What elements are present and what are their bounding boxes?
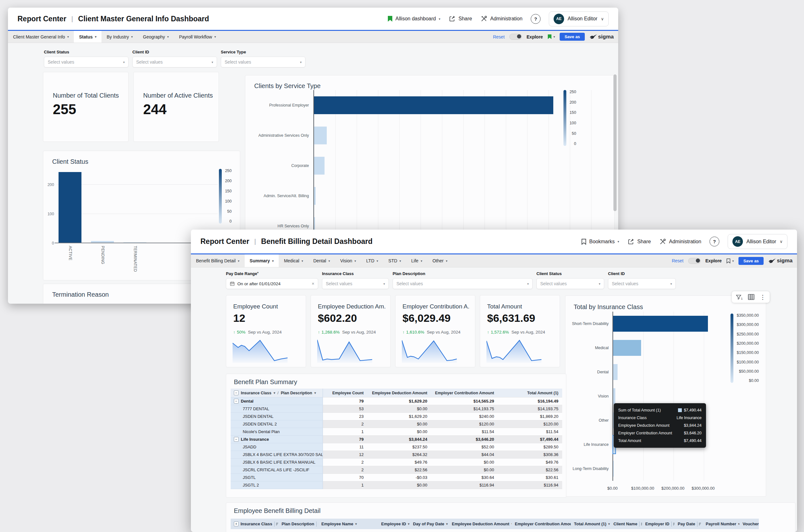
expand-icon[interactable]: + [234, 521, 239, 526]
reset-button[interactable]: Reset [493, 34, 505, 39]
select-plan-description[interactable]: Select values▾ [393, 278, 532, 289]
column-header-employee-deduction-amount[interactable]: Employee Deduction Amount [368, 388, 431, 398]
row-label-cell[interactable]: JSDEN DENTAL [231, 413, 323, 420]
bookmark-save-button[interactable]: ▾ [726, 258, 734, 264]
bar-vision[interactable] [613, 388, 615, 404]
row-label-cell[interactable]: JSBLX 6 BASIC LIFE EXTRA MANUAL [231, 458, 323, 466]
select-client-status[interactable]: Select values▾ [537, 278, 604, 289]
row-label-cell[interactable]: Nicole's Dental Plan [231, 428, 323, 436]
tab-fw-other[interactable]: Other▾ [427, 254, 452, 267]
column-header-employee-id[interactable]: Employee ID▾ [378, 519, 410, 529]
column-header-employee-count[interactable]: Employee Count [323, 388, 368, 398]
row-label-cell[interactable]: JSGTL 2 [231, 481, 323, 489]
tab-fw-ltd[interactable]: LTD▾ [361, 254, 383, 267]
tab-bw-by-industry[interactable]: By Industry▾ [101, 31, 138, 43]
bar-admin-service-alt-billing[interactable] [314, 187, 316, 205]
bar-professional-employer[interactable] [314, 96, 553, 114]
tab-fw-benefit-billing-detail[interactable]: Benefit Billing Detail▾ [191, 254, 245, 267]
tab-fw-vision[interactable]: Vision▾ [335, 254, 361, 267]
tab-bw-status[interactable]: Status▾ [74, 31, 101, 43]
legend-tick: 200 [569, 100, 576, 104]
share-button[interactable]: Share [628, 238, 651, 245]
save-as-button[interactable]: Save as [560, 33, 584, 41]
tab-fw-medical[interactable]: Medical▾ [279, 254, 308, 267]
user-menu[interactable]: AE Allison Editor ∨ [549, 12, 609, 26]
column-header-employee-name[interactable]: Employee Name▾ [318, 519, 378, 529]
collapse-icon[interactable]: − [234, 437, 239, 442]
scrollbar[interactable] [613, 74, 617, 211]
help-button[interactable]: ? [710, 236, 719, 246]
reset-button[interactable]: Reset [672, 258, 684, 263]
legend-gradient-bar [219, 169, 222, 224]
bar-active[interactable] [58, 172, 81, 243]
table-icon[interactable] [748, 294, 755, 300]
administration-button[interactable]: Administration [481, 15, 522, 22]
tab-fw-std[interactable]: STD▾ [384, 254, 406, 267]
filter-icon[interactable]: 1 [735, 294, 743, 300]
share-button[interactable]: Share [449, 15, 472, 22]
row-label-cell[interactable]: JSCRL CRITICAL AS LIFE -JSCILIF [231, 466, 323, 474]
explore-toggle[interactable] [509, 34, 522, 40]
cell: $14,193.75 [431, 405, 498, 413]
table-row: JSBLX 4 BASIC LIFE EXTRA 30/70/20 SALARY… [231, 451, 562, 458]
column-header-employee-deduction-amount[interactable]: Employee Deduction Amount▾ [449, 519, 511, 529]
select-insurance-class[interactable]: Select values▾ [322, 278, 389, 289]
row-label: JSCRL CRITICAL AS LIFE -JSCILIF [243, 468, 309, 472]
column-header-employer-id[interactable]: Employer ID [642, 519, 674, 529]
row-label-cell[interactable]: JSADD [231, 443, 323, 451]
tab-fw-life[interactable]: Life▾ [406, 254, 428, 267]
user-menu[interactable]: AE Allison Editor ∨ [728, 234, 787, 249]
row-label-cell[interactable]: JSGTL [231, 474, 323, 481]
bar-medical[interactable] [613, 340, 641, 356]
help-button[interactable]: ? [531, 14, 541, 24]
chart-row-professional-employer: Professional Employer [250, 90, 610, 120]
tab-bw-payroll-workflow[interactable]: Payroll Workflow▾ [174, 31, 221, 43]
group-header-cell[interactable]: −Insurance Class▾/Plan Description▾ [231, 388, 323, 398]
column-label: Employee ID [381, 521, 406, 526]
bookmark-menu[interactable]: Allison dashboard ▾ [388, 16, 440, 22]
chart-row-medical: Medical [571, 336, 725, 360]
clear-icon[interactable]: × [312, 281, 314, 286]
row-label-cell[interactable]: JSBLX 4 BASIC LIFE EXTRA 30/70/20 SALARY [231, 451, 323, 458]
select-service-type[interactable]: Select values▾ [221, 57, 305, 68]
more-options-icon[interactable]: ⋮ [760, 294, 766, 300]
select-client-status[interactable]: Select values▾ [44, 57, 129, 68]
tab-bw-geography[interactable]: Geography▾ [138, 31, 174, 43]
tab-fw-summary[interactable]: Summary▾ [245, 254, 279, 267]
column-header-payroll-number[interactable]: Payroll Number▾ [703, 519, 740, 529]
column-header-day-of-pay-date[interactable]: Day of Pay Date▾ [410, 519, 449, 529]
explore-toggle[interactable] [688, 258, 700, 264]
tab-fw-dental[interactable]: Dental▾ [308, 254, 335, 267]
column-header-employer-contribution-amount[interactable]: Employer Contribution Amount [431, 388, 498, 398]
row-label-cell[interactable]: −Dental [231, 398, 323, 405]
bar-administrative-services-only[interactable] [314, 127, 327, 145]
row-label-cell[interactable]: 7777 DENTAL [231, 405, 323, 413]
bar-short-term-disability[interactable] [613, 316, 708, 332]
column-header-voucher-number[interactable]: Voucher Number [740, 519, 759, 529]
column-header-plan-description[interactable]: Plan Description [278, 519, 318, 529]
collapse-icon[interactable]: − [234, 399, 239, 403]
column-header-pay-date[interactable]: Pay Date [674, 519, 703, 529]
row-label-cell[interactable]: −Life Insurance [231, 436, 323, 443]
pay-date-range-input[interactable]: On or after 01/01/2024× [226, 278, 318, 289]
column-header-total-amount-1[interactable]: Total Amount (1)▾ [571, 519, 610, 529]
sparkline-chart [486, 339, 542, 363]
tab-bw-client-master-general-info[interactable]: Client Master General Info▾ [8, 31, 74, 43]
column-header-client-name[interactable]: Client Name [610, 519, 642, 529]
administration-button[interactable]: Administration [659, 238, 701, 245]
collapse-icon[interactable]: − [234, 391, 239, 395]
row-label-cell[interactable]: JSDEN DENTAL 2 [231, 420, 323, 428]
save-as-button[interactable]: Save as [738, 257, 763, 265]
filter-label: Insurance Class [322, 271, 389, 276]
bar-dental[interactable] [613, 364, 618, 380]
bar-long-term-disability[interactable] [613, 461, 614, 477]
column-header-employer-contribution-amount[interactable]: Employer Contribution Amount▾ [511, 519, 571, 529]
cell: $3,646.20 [431, 436, 498, 443]
bookmark-save-button[interactable]: ▾ [547, 34, 555, 39]
column-header-total-amount-1[interactable]: Total Amount (1) [498, 388, 562, 398]
column-header-insurance-class[interactable]: +Insurance Class [231, 519, 278, 529]
bookmarks-menu[interactable]: Bookmarks ▾ [581, 239, 619, 245]
select-client-id[interactable]: Select values▾ [608, 278, 676, 289]
bar-corporate[interactable] [314, 157, 324, 175]
select-client-id[interactable]: Select values▾ [132, 57, 217, 68]
